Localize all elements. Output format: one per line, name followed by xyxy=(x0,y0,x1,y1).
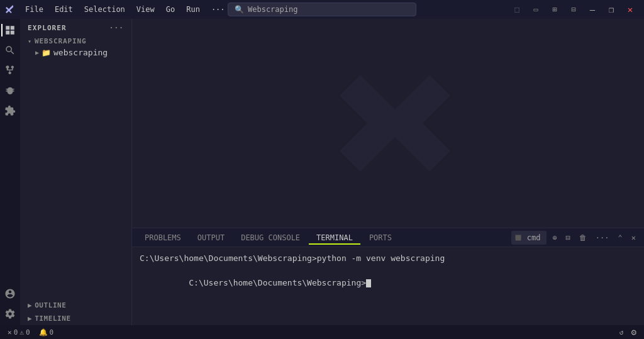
status-left: ✕ 0 ⚠ 0 🔔 0 xyxy=(5,328,56,336)
tab-ports[interactable]: PORTS xyxy=(362,231,399,245)
activity-source-control[interactable] xyxy=(1,62,19,79)
outline-collapse[interactable]: ▶ OUTLINE xyxy=(20,299,131,312)
terminal-collapse-button[interactable]: ⌃ xyxy=(615,232,626,243)
terminal-line-2: C:\Users\home\Documents\Webscraping> xyxy=(140,265,636,302)
app-icon xyxy=(5,4,15,14)
status-right: ↺ ⚙ xyxy=(617,327,639,337)
menu-run[interactable]: Run xyxy=(181,4,205,15)
editor-area: PROBLEMS OUTPUT DEBUG CONSOLE TERMINAL P… xyxy=(132,19,644,325)
title-bar: File Edit Selection View Go Run ··· ◁ ▷ … xyxy=(0,0,644,19)
terminal-panel: PROBLEMS OUTPUT DEBUG CONSOLE TERMINAL P… xyxy=(132,228,644,325)
status-settings[interactable]: ⚙ xyxy=(629,327,639,337)
outline-section: ▶ OUTLINE ▶ TIMELINE xyxy=(20,299,131,325)
svg-marker-0 xyxy=(340,75,395,172)
timeline-label: TIMELINE xyxy=(35,314,70,323)
cmd-label: cmd xyxy=(524,232,544,243)
svg-marker-1 xyxy=(395,75,450,172)
terminal-actions: cmd ⊕ ⊟ 🗑 ··· ⌃ ✕ xyxy=(511,231,639,245)
terminal-close-button[interactable]: ✕ xyxy=(628,232,639,243)
svg-rect-2 xyxy=(515,235,521,240)
terminal-cursor xyxy=(366,279,371,287)
activity-explorer[interactable] xyxy=(1,21,19,39)
status-bell[interactable]: 🔔 0 xyxy=(36,328,57,336)
terminal-line-1: C:\Users\home\Documents\Webscraping>pyth… xyxy=(140,252,636,265)
minimize-button[interactable]: — xyxy=(584,1,601,18)
vscode-logo xyxy=(319,54,457,192)
tab-terminal[interactable]: TERMINAL xyxy=(309,231,360,245)
editor-content xyxy=(132,19,644,228)
timeline-chevron-icon: ▶ xyxy=(28,314,32,323)
window-controls: ⬚ ▭ ⊞ ⊟ — ❐ ✕ xyxy=(508,1,639,18)
maximize-button[interactable]: ❐ xyxy=(602,1,620,18)
section-name: WEBSCRAPING xyxy=(35,37,87,45)
error-icon: ✕ xyxy=(8,328,12,336)
activity-settings[interactable] xyxy=(1,305,19,323)
status-sync[interactable]: ↺ xyxy=(617,328,626,336)
section-chevron-icon: ▾ xyxy=(28,38,32,45)
layout-icon-3[interactable]: ⊞ xyxy=(546,1,564,18)
menu-edit[interactable]: Edit xyxy=(50,4,78,15)
close-button[interactable]: ✕ xyxy=(621,1,639,18)
activity-bar xyxy=(0,19,20,325)
outline-label: OUTLINE xyxy=(35,301,66,309)
terminal-split-button[interactable]: ⊟ xyxy=(563,232,574,243)
activity-extensions[interactable] xyxy=(1,102,19,119)
tab-debug-console[interactable]: DEBUG CONSOLE xyxy=(233,231,308,245)
status-errors[interactable]: ✕ 0 ⚠ 0 xyxy=(5,328,33,336)
cmd-badge: cmd xyxy=(511,231,547,245)
sidebar: EXPLORER ··· ▾ WEBSCRAPING ▶ 📁 webscrapi… xyxy=(20,19,132,325)
menu-view[interactable]: View xyxy=(131,4,160,15)
sidebar-header: EXPLORER ··· xyxy=(20,19,131,35)
terminal-trash-button[interactable]: 🗑 xyxy=(576,232,590,243)
tab-output[interactable]: OUTPUT xyxy=(190,231,232,245)
main-layout: EXPLORER ··· ▾ WEBSCRAPING ▶ 📁 webscrapi… xyxy=(0,19,644,325)
activity-debug[interactable] xyxy=(1,82,19,99)
menu-selection[interactable]: Selection xyxy=(79,4,130,15)
menu-go[interactable]: Go xyxy=(161,4,180,15)
bell-count: 0 xyxy=(50,328,54,336)
search-text: Webscraping xyxy=(248,5,297,14)
outline-chevron-icon: ▶ xyxy=(28,301,32,309)
search-icon: 🔍 xyxy=(235,5,244,14)
activity-account[interactable] xyxy=(1,285,19,303)
error-count: 0 xyxy=(14,328,18,336)
menu-more[interactable]: ··· xyxy=(206,4,230,15)
layout-icon-1[interactable]: ⬚ xyxy=(508,1,526,18)
webscraping-section[interactable]: ▾ WEBSCRAPING xyxy=(20,35,131,47)
menu-bar: File Edit Selection View Go Run ··· xyxy=(20,4,230,15)
menu-file[interactable]: File xyxy=(20,4,48,15)
status-bar: ✕ 0 ⚠ 0 🔔 0 ↺ ⚙ xyxy=(0,325,644,339)
sidebar-menu-button[interactable]: ··· xyxy=(109,24,124,32)
search-bar[interactable]: 🔍 Webscraping xyxy=(228,3,416,16)
layout-icon-2[interactable]: ▭ xyxy=(527,1,545,18)
bell-icon: 🔔 xyxy=(39,328,48,336)
tab-problems[interactable]: PROBLEMS xyxy=(137,231,189,245)
warning-icon: ⚠ xyxy=(19,328,24,336)
terminal-tabs: PROBLEMS OUTPUT DEBUG CONSOLE TERMINAL P… xyxy=(132,228,644,247)
terminal-more-button[interactable]: ··· xyxy=(592,232,613,243)
folder-icon: 📁 xyxy=(42,48,51,57)
terminal-add-button[interactable]: ⊕ xyxy=(549,232,560,243)
explorer-label: EXPLORER xyxy=(28,24,67,32)
activity-search[interactable] xyxy=(1,42,19,59)
webscraping-folder[interactable]: ▶ 📁 webscraping xyxy=(20,47,131,58)
warning-count: 0 xyxy=(26,328,30,336)
layout-icon-4[interactable]: ⊟ xyxy=(565,1,582,18)
terminal-content[interactable]: C:\Users\home\Documents\Webscraping>pyth… xyxy=(132,247,644,325)
folder-chevron-icon: ▶ xyxy=(35,49,39,56)
folder-name: webscraping xyxy=(53,48,108,57)
timeline-collapse[interactable]: ▶ TIMELINE xyxy=(20,312,131,325)
